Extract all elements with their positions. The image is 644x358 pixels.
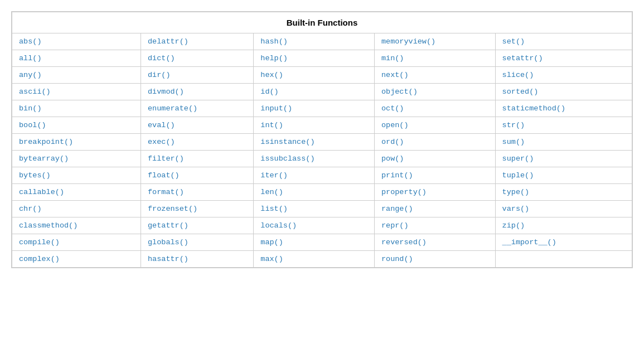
table-cell: abs()	[12, 33, 141, 50]
table-cell: id()	[254, 84, 375, 100]
table-cell: type()	[495, 184, 632, 201]
table-row: complex()hasattr()max()round()	[12, 251, 632, 268]
table-cell: bytes()	[12, 167, 141, 184]
table-cell: sorted()	[495, 84, 632, 100]
table-cell: tuple()	[495, 167, 632, 184]
table-cell: any()	[12, 67, 141, 84]
table-title: Built-in Functions	[12, 12, 632, 33]
table-cell: bool()	[12, 117, 141, 134]
table-cell: callable()	[12, 184, 141, 201]
table-cell: len()	[254, 184, 375, 201]
table-row: compile()globals()map()reversed()__impor…	[12, 234, 632, 251]
table-cell: globals()	[141, 234, 254, 251]
table-cell: help()	[254, 50, 375, 67]
table-cell: hex()	[254, 67, 375, 84]
table-cell: classmethod()	[12, 217, 141, 234]
table-cell: input()	[254, 100, 375, 117]
table-cell: isinstance()	[254, 134, 375, 151]
table-cell: all()	[12, 50, 141, 67]
table-cell: __import__()	[495, 234, 632, 251]
table-cell: hasattr()	[141, 251, 254, 268]
table-cell: str()	[495, 117, 632, 134]
table-row: bytearray()filter()issubclass()pow()supe…	[12, 151, 632, 167]
table-row: callable()format()len()property()type()	[12, 184, 632, 201]
table-cell: zip()	[495, 217, 632, 234]
table-cell: chr()	[12, 201, 141, 217]
table-cell: eval()	[141, 117, 254, 134]
table-row: abs()delattr()hash()memoryview()set()	[12, 33, 632, 50]
table-cell: enumerate()	[141, 100, 254, 117]
table-row: any()dir()hex()next()slice()	[12, 67, 632, 84]
table-row: bool()eval()int()open()str()	[12, 117, 632, 134]
table-cell: round()	[374, 251, 495, 268]
table-row: ascii()divmod()id()object()sorted()	[12, 84, 632, 100]
table-cell: map()	[254, 234, 375, 251]
table-cell: pow()	[374, 151, 495, 167]
table-row: all()dict()help()min()setattr()	[12, 50, 632, 67]
table-cell: divmod()	[141, 84, 254, 100]
table-cell: iter()	[254, 167, 375, 184]
table-cell: setattr()	[495, 50, 632, 67]
table-cell: int()	[254, 117, 375, 134]
table-cell: list()	[254, 201, 375, 217]
table-cell: super()	[495, 151, 632, 167]
table-cell	[495, 251, 632, 268]
table-cell: ord()	[374, 134, 495, 151]
table-cell: filter()	[141, 151, 254, 167]
table-cell: getattr()	[141, 217, 254, 234]
table-cell: complex()	[12, 251, 141, 268]
table-cell: range()	[374, 201, 495, 217]
table-cell: reversed()	[374, 234, 495, 251]
table-cell: open()	[374, 117, 495, 134]
table-cell: format()	[141, 184, 254, 201]
table-cell: locals()	[254, 217, 375, 234]
table-cell: set()	[495, 33, 632, 50]
table-cell: repr()	[374, 217, 495, 234]
table-cell: compile()	[12, 234, 141, 251]
table-row: breakpoint()exec()isinstance()ord()sum()	[12, 134, 632, 151]
table-cell: float()	[141, 167, 254, 184]
table-row: chr()frozenset()list()range()vars()	[12, 201, 632, 217]
built-in-functions-table: Built-in Functions abs()delattr()hash()m…	[11, 11, 633, 268]
table-cell: max()	[254, 251, 375, 268]
table-cell: vars()	[495, 201, 632, 217]
table-cell: slice()	[495, 67, 632, 84]
table-row: bytes()float()iter()print()tuple()	[12, 167, 632, 184]
table-cell: issubclass()	[254, 151, 375, 167]
table-row: bin()enumerate()input()oct()staticmethod…	[12, 100, 632, 117]
table-cell: print()	[374, 167, 495, 184]
table-cell: oct()	[374, 100, 495, 117]
table-cell: ascii()	[12, 84, 141, 100]
table-cell: hash()	[254, 33, 375, 50]
table-cell: exec()	[141, 134, 254, 151]
table-row: classmethod()getattr()locals()repr()zip(…	[12, 217, 632, 234]
table-cell: bin()	[12, 100, 141, 117]
table-cell: frozenset()	[141, 201, 254, 217]
table-cell: bytearray()	[12, 151, 141, 167]
table-cell: memoryview()	[374, 33, 495, 50]
table-cell: sum()	[495, 134, 632, 151]
table-cell: object()	[374, 84, 495, 100]
table-cell: property()	[374, 184, 495, 201]
table-cell: next()	[374, 67, 495, 84]
table-cell: delattr()	[141, 33, 254, 50]
table-cell: min()	[374, 50, 495, 67]
table-cell: staticmethod()	[495, 100, 632, 117]
table-cell: breakpoint()	[12, 134, 141, 151]
table-cell: dir()	[141, 67, 254, 84]
table-cell: dict()	[141, 50, 254, 67]
